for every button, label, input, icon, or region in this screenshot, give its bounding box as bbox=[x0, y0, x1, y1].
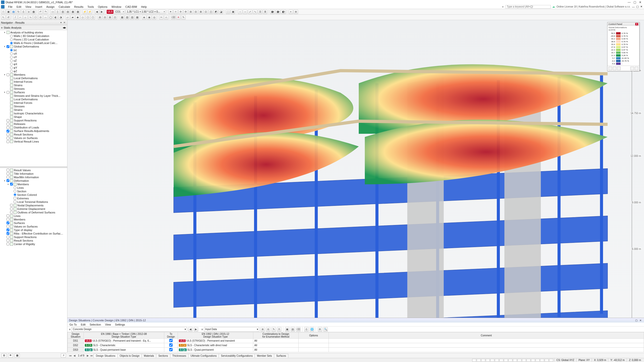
tree-check[interactable] bbox=[7, 130, 9, 132]
table-row[interactable]: DS3 S Qp SLS - Quasi-permanent base S Qp… bbox=[68, 348, 644, 352]
tree-check[interactable] bbox=[7, 225, 9, 228]
tree-item[interactable]: Type of display bbox=[4, 228, 67, 232]
menu-view[interactable]: View bbox=[23, 5, 33, 8]
tree-item[interactable]: Releases bbox=[4, 122, 67, 126]
bp-menu-go-to[interactable]: Go To bbox=[69, 323, 77, 326]
tree-check[interactable] bbox=[7, 133, 9, 136]
menu-insert[interactable]: Insert bbox=[33, 5, 44, 8]
tree-check[interactable] bbox=[7, 172, 9, 175]
tree-check[interactable] bbox=[7, 126, 9, 129]
to-design-check[interactable] bbox=[169, 339, 173, 342]
expand-icon[interactable]: ▾ bbox=[7, 183, 9, 186]
tree-check[interactable] bbox=[7, 221, 9, 224]
print-button[interactable]: ⎙ bbox=[21, 10, 26, 14]
tree-item[interactable]: Nodal Displacements bbox=[7, 204, 67, 207]
tree-check[interactable] bbox=[7, 73, 9, 76]
sb-2[interactable] bbox=[477, 359, 481, 362]
tree-radio[interactable] bbox=[10, 35, 13, 37]
menu-options[interactable]: Options bbox=[96, 5, 109, 8]
view-button-3[interactable]: ▥ bbox=[60, 10, 65, 14]
tree-item[interactable]: Stresses bbox=[7, 87, 67, 90]
sb-8[interactable] bbox=[504, 359, 508, 362]
tree-check[interactable] bbox=[7, 218, 9, 221]
results-nav-prev[interactable]: ◀ bbox=[95, 10, 99, 14]
tree-radio[interactable] bbox=[10, 70, 13, 73]
menu-tools[interactable]: Tools bbox=[85, 5, 96, 8]
t2-20[interactable]: ⊟ bbox=[103, 15, 107, 20]
tree-item[interactable]: ▾Global Deformations bbox=[4, 45, 67, 48]
t2-11[interactable]: ◐ bbox=[53, 15, 58, 20]
tree-item[interactable]: Internal Forces bbox=[7, 101, 67, 105]
tree-item[interactable]: Shape bbox=[7, 115, 67, 119]
sb-16[interactable] bbox=[540, 359, 544, 362]
sb-13[interactable] bbox=[527, 359, 531, 362]
tree-item[interactable]: ▾Surfaces bbox=[4, 90, 67, 94]
bp-t4[interactable]: ⎘ bbox=[277, 327, 281, 332]
col-en1990[interactable]: EN 1990 | Base + Timber | DIN | 2012-08 … bbox=[84, 332, 164, 339]
col-design-situation[interactable]: Design Situation bbox=[68, 332, 84, 339]
t2-10[interactable]: ◯ bbox=[48, 15, 53, 20]
tool-c5[interactable]: ☰ bbox=[258, 10, 262, 14]
undo-button[interactable]: ↶ bbox=[38, 10, 43, 14]
tree-radio[interactable] bbox=[10, 56, 13, 59]
tree-item[interactable]: Result Values bbox=[4, 168, 67, 172]
cp-btn-3[interactable] bbox=[617, 67, 621, 70]
to-design-check[interactable] bbox=[169, 343, 173, 347]
menu-edit[interactable]: Edit bbox=[15, 5, 23, 8]
expand-icon[interactable]: ▾ bbox=[4, 179, 6, 182]
t2-9[interactable]: ⌓ bbox=[43, 15, 48, 20]
t2-23[interactable]: ▦ bbox=[120, 15, 124, 20]
tree-item[interactable]: Local Deformations bbox=[7, 98, 67, 101]
doc-close-button[interactable]: ✕ bbox=[640, 5, 642, 8]
t2-19[interactable]: ⊞ bbox=[98, 15, 102, 20]
3d-viewport[interactable]: 17.500 m 14.750 m 12.000 m 9.000 m 6.000… bbox=[67, 20, 644, 358]
t2-14[interactable]: ▰ bbox=[70, 15, 75, 20]
tree-item[interactable]: Center of Rigidity bbox=[4, 242, 67, 246]
view-button-1[interactable]: ▭ bbox=[50, 10, 55, 14]
view-button-6[interactable]: ▩ bbox=[75, 10, 80, 14]
reload-button[interactable]: ↻ bbox=[16, 10, 21, 14]
bp-t6[interactable]: ▤ bbox=[291, 327, 295, 332]
nav-sub-next[interactable]: ▶ bbox=[64, 26, 66, 29]
tool-a10[interactable]: ◩ bbox=[214, 10, 218, 14]
doc-maximize-button[interactable]: ▢ bbox=[636, 5, 639, 8]
t2-3[interactable]: / bbox=[13, 15, 18, 20]
tree-item[interactable]: Distribution of Loads bbox=[4, 126, 67, 129]
t2-34[interactable]: ✎ bbox=[181, 15, 186, 20]
calc-button-2[interactable]: ⚡ bbox=[88, 10, 92, 14]
clipboard-button[interactable]: ▦ bbox=[31, 10, 36, 14]
table-row[interactable]: DS1 ULS ULS (STR/GEO) - Permanent and tr… bbox=[68, 339, 644, 343]
tree-radio[interactable] bbox=[10, 63, 13, 66]
bp-t1[interactable]: ⊕ bbox=[260, 327, 265, 332]
bottom-combo-design[interactable]: Concrete Design▾ bbox=[71, 327, 187, 332]
cp-btn-4[interactable] bbox=[630, 67, 634, 70]
t2-2[interactable]: ↺ bbox=[6, 15, 11, 20]
bp-t5[interactable]: ▣ bbox=[285, 327, 290, 332]
tree-item[interactable]: φX bbox=[7, 62, 67, 66]
tree-item[interactable]: Stresses bbox=[7, 105, 67, 108]
tool-c3[interactable]: ⤢ bbox=[248, 10, 252, 14]
menu-cad-bim[interactable]: CAD-BIM bbox=[123, 5, 139, 8]
tool-a1[interactable]: ✦ bbox=[168, 10, 173, 14]
t2-18[interactable]: ⬡ bbox=[91, 15, 95, 20]
tree-check[interactable] bbox=[7, 140, 9, 143]
bottom-tab-ultimate-configurations[interactable]: Ultimate Configurations bbox=[188, 354, 219, 358]
tree-check[interactable] bbox=[10, 211, 13, 214]
t2-22[interactable]: ⊡ bbox=[113, 15, 117, 20]
control-panel-close-icon[interactable]: ✕ bbox=[635, 23, 638, 25]
nav-tab-4[interactable]: ↗ bbox=[61, 353, 66, 357]
tree-check[interactable] bbox=[10, 183, 13, 186]
bp-nav-next[interactable]: ▶ bbox=[194, 327, 198, 332]
tool-d1[interactable]: ▦ bbox=[270, 10, 275, 14]
tree-item[interactable]: Ribs - Effective Contribution on Surfac.… bbox=[4, 232, 67, 235]
tree-check[interactable] bbox=[14, 197, 16, 200]
tree-radio[interactable] bbox=[10, 52, 13, 55]
t2-15[interactable]: ◆ bbox=[75, 15, 80, 20]
cp-btn-5[interactable] bbox=[635, 67, 638, 70]
sb-11[interactable] bbox=[517, 359, 521, 362]
sb-10[interactable] bbox=[513, 359, 517, 362]
view-button-2[interactable]: ▯ bbox=[55, 10, 60, 14]
tool-a9[interactable]: ◫ bbox=[209, 10, 213, 14]
tree-check[interactable] bbox=[7, 123, 9, 125]
tree-item[interactable]: Support Reactions bbox=[4, 235, 67, 239]
